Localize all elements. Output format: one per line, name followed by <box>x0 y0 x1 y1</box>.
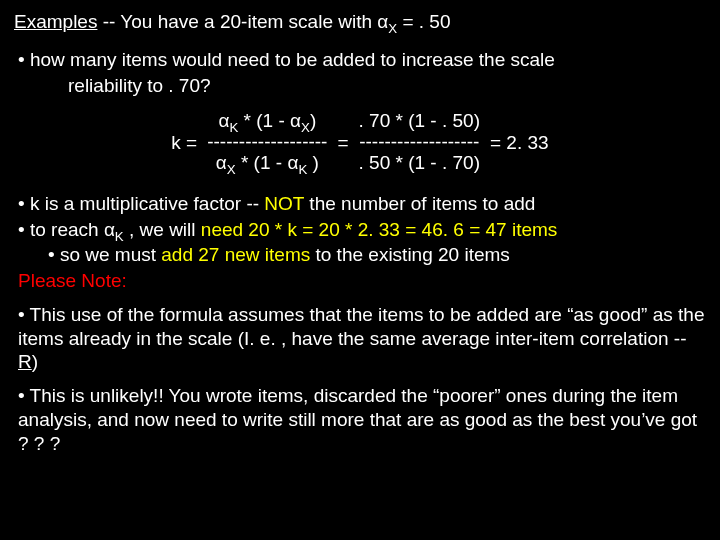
question-line1: • how many items would need to be added … <box>18 48 706 72</box>
frac1-dash: ------------------- <box>207 132 327 153</box>
sub-x-1: X <box>388 21 397 36</box>
fraction-2: . 70 * (1 - . 50) ------------------- . … <box>359 111 480 174</box>
k-equals: k = <box>171 131 197 155</box>
frac2-bot: . 50 * (1 - . 70) <box>359 153 480 174</box>
paragraph-1: • This use of the formula assumes that t… <box>18 303 706 374</box>
title-lead: Examples <box>14 11 97 32</box>
equals-1: = <box>337 131 348 155</box>
result: = 2. 33 <box>490 131 549 155</box>
point-2: • to reach αK , we will need 20 * k = 20… <box>18 218 706 242</box>
frac2-dash: ------------------- <box>359 132 479 153</box>
frac1-top: αK * (1 - αX) <box>218 111 316 132</box>
title-rest: -- You have a 20-item scale with <box>97 11 377 32</box>
please-note: Please Note: <box>18 269 706 293</box>
point-1: • k is a multiplicative factor -- NOT th… <box>18 192 706 216</box>
heading: Examples -- You have a 20-item scale wit… <box>14 10 706 34</box>
fraction-1: αK * (1 - αX) ------------------- αX * (… <box>207 111 327 174</box>
frac2-top: . 70 * (1 - . 50) <box>359 111 480 132</box>
formula: k = αK * (1 - αX) ------------------- αX… <box>14 111 706 174</box>
question-line2: reliability to . 70? <box>68 74 706 98</box>
title-end: = . 50 <box>397 11 450 32</box>
paragraph-2: • This is unlikely!! You wrote items, di… <box>18 384 706 455</box>
point-3: • so we must add 27 new items to the exi… <box>48 243 706 267</box>
frac1-bot: αX * (1 - αK ) <box>216 153 319 174</box>
alpha-1: α <box>377 11 388 32</box>
